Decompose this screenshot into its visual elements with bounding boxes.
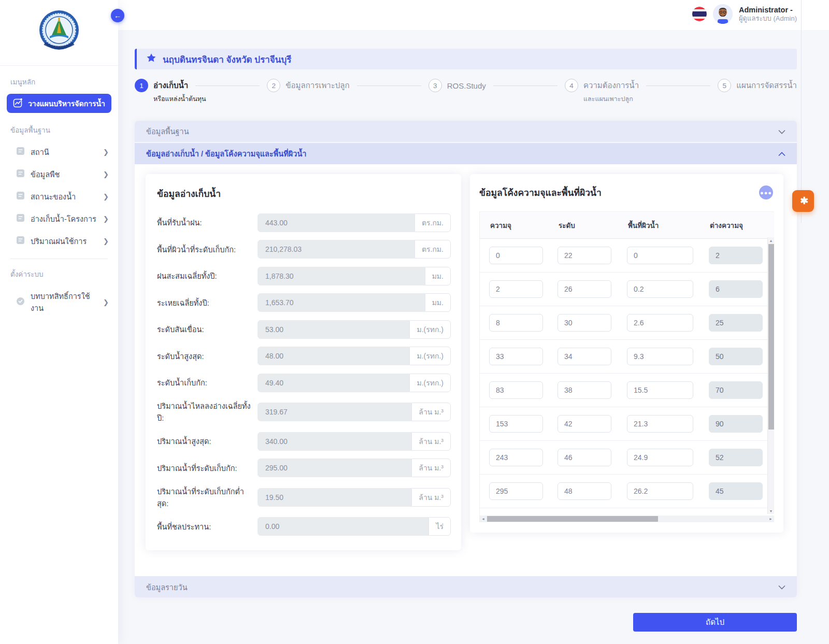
step-label: ความต้องการน้ำ xyxy=(583,79,639,92)
chevron-right-icon: ❯ xyxy=(103,193,109,201)
scroll-up-arrow[interactable]: ▲ xyxy=(768,237,774,244)
sidebar-item-water-plan[interactable]: วางแผนบริหารจัดการน้ำ xyxy=(7,94,111,113)
scroll-right-arrow[interactable]: ► xyxy=(767,517,774,521)
level-input[interactable] xyxy=(558,314,611,332)
sidebar-item-effective-rainfall[interactable]: ปริมาณฝนใช้การ ❯ xyxy=(0,230,118,252)
horizontal-scrollbar[interactable]: ◄ ► xyxy=(480,516,774,522)
annual-evaporation-input[interactable] xyxy=(258,293,425,312)
user-role: ผู้ดูแลระบบ (Admin) xyxy=(739,15,797,23)
scroll-left-arrow[interactable]: ◄ xyxy=(480,517,487,521)
min-retention-volume-input[interactable] xyxy=(258,488,411,507)
capacity-diff-input[interactable] xyxy=(709,415,763,433)
sidebar-section-main: เมนูหลัก xyxy=(0,66,118,93)
org-logo xyxy=(0,0,118,58)
capacity-diff-input[interactable] xyxy=(709,280,763,298)
step-5-allocation-plan[interactable]: 5 แผนการจัดสรรน้ำ xyxy=(718,79,797,92)
step-2-cultivation[interactable]: 2 ข้อมูลการเพาะปลูก xyxy=(267,79,349,92)
level-input[interactable] xyxy=(558,482,611,500)
level-input[interactable] xyxy=(558,449,611,466)
surface-area-input[interactable] xyxy=(258,240,414,259)
accordion-daily-data[interactable]: ข้อมูลรายวัน xyxy=(135,576,797,597)
sidebar-item-label: สถานะของน้ำ xyxy=(31,191,97,203)
surface-area-input[interactable] xyxy=(627,449,693,466)
capacity-diff-input[interactable] xyxy=(709,247,763,264)
unit-label: ล้าน ม.³ xyxy=(411,432,451,451)
vertical-scroll-thumb[interactable] xyxy=(768,244,774,430)
next-button[interactable]: ถัดไป xyxy=(633,613,797,632)
capacity-input[interactable] xyxy=(489,314,543,332)
sidebar-item-water-status[interactable]: สถานะของน้ำ ❯ xyxy=(0,185,118,208)
annual-inflow-input[interactable] xyxy=(258,403,411,421)
step-number: 3 xyxy=(428,79,442,92)
step-label: แผนการจัดสรรน้ำ xyxy=(736,79,797,92)
max-volume-input[interactable] xyxy=(258,432,411,451)
capacity-diff-input[interactable] xyxy=(709,314,763,332)
accordion-title: ข้อมูลอ่างเก็บน้ำ / ข้อมูลโค้งความจุและพ… xyxy=(146,148,306,160)
user-info[interactable]: Administrator - ผู้ดูแลระบบ (Admin) xyxy=(739,5,797,23)
capacity-diff-input[interactable] xyxy=(709,381,763,399)
surface-area-input[interactable] xyxy=(627,482,693,500)
sidebar-section-settings: ตั้งค่าระบบ xyxy=(0,265,118,285)
retention-level-input[interactable] xyxy=(258,374,409,392)
sidebar-collapse-button[interactable]: ← xyxy=(111,9,124,22)
capacity-input[interactable] xyxy=(489,381,543,399)
level-input[interactable] xyxy=(558,247,611,264)
table-row xyxy=(480,475,768,508)
surface-area-input[interactable] xyxy=(627,415,693,433)
capacity-input[interactable] xyxy=(489,482,543,500)
chevron-right-icon: ❯ xyxy=(103,170,109,178)
vertical-scrollbar[interactable]: ▲ ▼ xyxy=(767,237,774,514)
max-water-level-input[interactable] xyxy=(258,347,409,365)
surface-area-input[interactable] xyxy=(627,247,693,264)
horizontal-scroll-thumb[interactable] xyxy=(487,516,658,522)
capacity-diff-input[interactable] xyxy=(709,348,763,365)
accordion-basic-info[interactable]: ข้อมูลพื้นฐาน xyxy=(135,121,797,142)
step-1-reservoir[interactable]: 1 อ่างเก็บน้ำ หรือแหล่งน้ำต้นทุน xyxy=(135,79,188,92)
capacity-input[interactable] xyxy=(489,348,543,365)
thai-flag-icon[interactable] xyxy=(692,7,707,21)
level-input[interactable] xyxy=(558,381,611,399)
capacity-input[interactable] xyxy=(489,415,543,433)
step-4-water-demand[interactable]: 4 ความต้องการน้ำ และแผนเพาะปลูก xyxy=(565,79,639,92)
sidebar-item-crops[interactable]: ข้อมูลพืช ❯ xyxy=(0,163,118,185)
reservoir-info-card: ข้อมูลอ่างเก็บน้ำ พื้นที่รับน้ำฝน: ตร.กม… xyxy=(146,174,461,550)
capacity-diff-input[interactable] xyxy=(709,449,763,466)
surface-area-input[interactable] xyxy=(627,381,693,399)
card-title: ข้อมูลโค้งความจุและพื้นที่ผิวน้ำ xyxy=(479,185,774,200)
capacity-input[interactable] xyxy=(489,247,543,264)
level-input[interactable] xyxy=(558,348,611,365)
surface-area-input[interactable] xyxy=(627,348,693,365)
sidebar-item-roles-permissions[interactable]: บทบาทสิทธิ์การใช้งาน ❯ xyxy=(0,285,118,319)
settings-fab-button[interactable] xyxy=(792,190,814,212)
irrigation-area-input[interactable] xyxy=(258,517,428,536)
capacity-diff-input[interactable] xyxy=(709,482,763,500)
catchment-area-input[interactable] xyxy=(258,213,414,232)
step-connector xyxy=(357,85,421,86)
accordion-reservoir-data[interactable]: ข้อมูลอ่างเก็บน้ำ / ข้อมูลโค้งความจุและพ… xyxy=(135,143,797,164)
unit-label: มม. xyxy=(425,293,451,312)
form-field-row: ปริมาณน้ำไหลลงอ่างเฉลี่ยทั้งปี: ล้าน ม.³ xyxy=(157,400,451,424)
surface-area-input[interactable] xyxy=(627,314,693,332)
sidebar-item-reservoir-project[interactable]: อ่างเก็บน้ำ-โครงการ ❯ xyxy=(0,208,118,230)
unit-label: มม. xyxy=(425,267,451,285)
capacity-input[interactable] xyxy=(489,280,543,298)
more-options-button[interactable]: ●●● xyxy=(759,185,773,199)
project-title-bar: นฤบดินทรจินดา จังหวัด ปราจีนบุรี xyxy=(135,49,797,69)
step-3-ros-study[interactable]: 3 ROS.Study xyxy=(428,79,486,92)
surface-area-input[interactable] xyxy=(627,280,693,298)
retention-volume-input[interactable] xyxy=(258,459,411,477)
user-avatar[interactable] xyxy=(713,4,733,24)
dam-crest-level-input[interactable] xyxy=(258,320,409,339)
level-input[interactable] xyxy=(558,415,611,433)
column-header-capacity: ความจุ xyxy=(480,212,548,238)
step-label: อ่างเก็บน้ำ xyxy=(153,79,188,92)
annual-rainfall-input[interactable] xyxy=(258,267,425,285)
level-input[interactable] xyxy=(558,280,611,298)
field-label: ระเหยเฉลี่ยทั้งปี: xyxy=(157,297,258,309)
sidebar-item-stations[interactable]: สถานี ❯ xyxy=(0,141,118,163)
card-title: ข้อมูลอ่างเก็บน้ำ xyxy=(157,187,451,201)
scroll-down-arrow[interactable]: ▼ xyxy=(768,508,774,514)
form-field-row: ปริมาณน้ำที่ระดับเก็บกักต่ำสุด: ล้าน ม.³ xyxy=(157,485,451,509)
capacity-input[interactable] xyxy=(489,449,543,466)
table-header-row: ความจุ ระดับ พื้นที่ผิวน้ำ ต่างความจุ xyxy=(480,212,774,239)
